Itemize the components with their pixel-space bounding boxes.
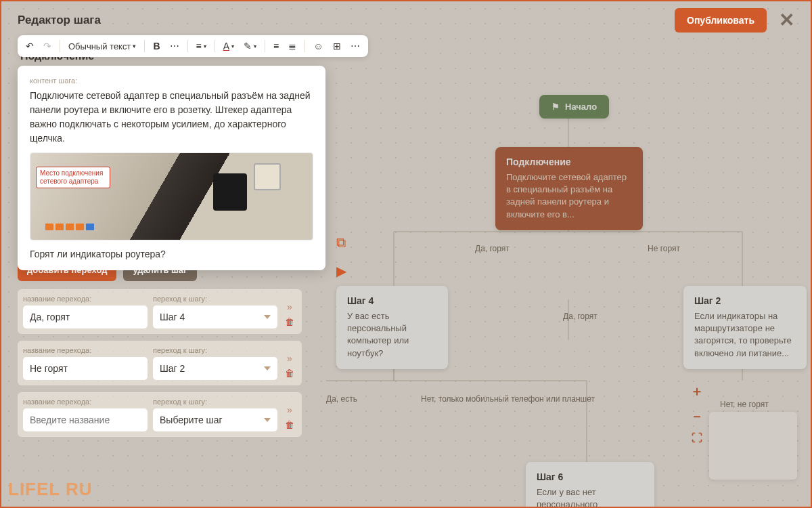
transition-target-select[interactable]: Выберите шаг <box>153 408 277 431</box>
transition-name-input[interactable] <box>23 305 148 329</box>
play-icon[interactable]: ▶ <box>336 263 346 279</box>
step-question[interactable]: Горят ли индикаторы роутера? <box>30 249 313 259</box>
transition-row: название перехода: переход к шагу: Шаг 2… <box>18 341 302 385</box>
move-icon[interactable]: » <box>283 404 296 415</box>
transition-target-label: переход к шагу: <box>153 346 277 354</box>
more-icon[interactable]: ⋯ <box>346 38 364 54</box>
step-editor-panel: контент шага: Подключите сетевой адаптер… <box>18 66 325 270</box>
image-caption: Место подключения сетевого адаптера <box>36 167 110 188</box>
align-icon[interactable]: ≡▾ <box>192 38 210 54</box>
transition-name-label: название перехода: <box>23 398 148 406</box>
transition-target-select[interactable]: Шаг 4 <box>153 305 277 329</box>
text-color-icon[interactable]: A▾ <box>219 38 238 54</box>
logo: LIFEL RU <box>8 479 93 500</box>
transition-target-select[interactable]: Шаг 2 <box>153 357 277 380</box>
move-icon[interactable]: » <box>283 301 296 312</box>
emoji-icon[interactable]: ☺ <box>309 38 327 54</box>
content-label: контент шага: <box>30 77 313 85</box>
page-title: Редактор шага <box>18 14 101 27</box>
delete-icon[interactable]: 🗑 <box>283 316 296 327</box>
unordered-list-icon[interactable]: ≣ <box>284 38 300 54</box>
transition-row: название перехода: переход к шагу: Шаг 4… <box>18 289 302 334</box>
duplicate-icon[interactable]: ⧉ <box>336 235 346 251</box>
step-content-text[interactable]: Подключите сетевой адаптер в специальный… <box>30 89 313 146</box>
table-icon[interactable]: ⊞ <box>329 38 345 54</box>
transitions-area: добавить переход удалить шаг название пе… <box>18 259 302 444</box>
transition-name-input[interactable] <box>23 357 148 380</box>
step-image[interactable]: Место подключения сетевого адаптера <box>30 152 313 240</box>
more-format-icon[interactable]: ⋯ <box>166 38 183 54</box>
rich-text-toolbar: ↶ ↷ Обычный текст ▾ B ⋯ ≡▾ A▾ ✎▾ ≡ ≣ ☺ ⊞… <box>18 35 368 57</box>
transition-target-label: переход к шагу: <box>153 398 277 406</box>
ordered-list-icon[interactable]: ≡ <box>269 38 283 54</box>
delete-icon[interactable]: 🗑 <box>283 368 296 379</box>
text-style-select[interactable]: Обычный текст ▾ <box>64 39 140 54</box>
publish-button[interactable]: Опубликовать <box>675 8 767 33</box>
bold-icon[interactable]: B <box>149 38 164 54</box>
transition-name-label: название перехода: <box>23 295 148 303</box>
transition-row: название перехода: переход к шагу: Выбер… <box>18 392 302 437</box>
move-icon[interactable]: » <box>283 353 296 364</box>
transition-name-input[interactable] <box>23 408 148 431</box>
undo-icon[interactable]: ↶ <box>22 38 38 54</box>
redo-icon[interactable]: ↷ <box>39 38 55 54</box>
close-icon[interactable]: ✕ <box>779 9 794 31</box>
delete-icon[interactable]: 🗑 <box>283 419 296 430</box>
transition-name-label: название перехода: <box>23 346 148 354</box>
transition-target-label: переход к шагу: <box>153 295 277 303</box>
highlight-icon[interactable]: ✎▾ <box>240 38 261 54</box>
